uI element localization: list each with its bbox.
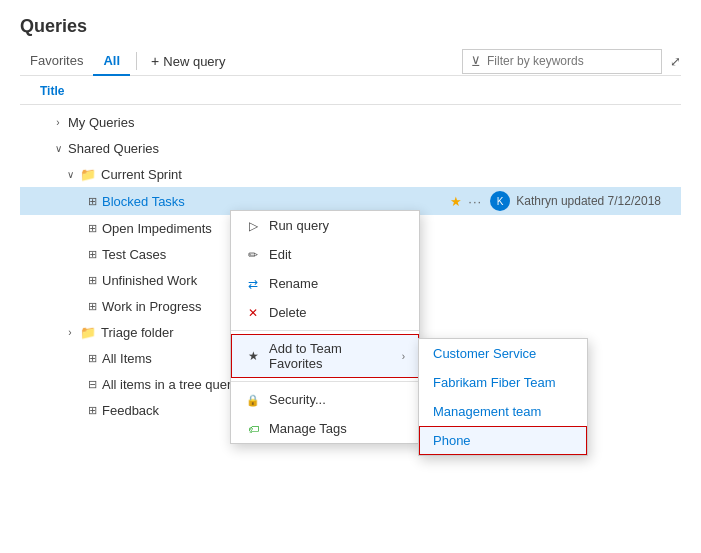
filter-box: ⊻: [462, 49, 662, 74]
query-icon: ⊞: [88, 222, 97, 235]
query-icon: ⊞: [88, 300, 97, 313]
folder-icon: 📁: [80, 167, 96, 182]
query-icon: ⊞: [88, 352, 97, 365]
query-icon: ⊞: [88, 274, 97, 287]
menu-label: Security...: [269, 392, 405, 407]
menu-label: Delete: [269, 305, 405, 320]
tags-icon: [245, 422, 261, 436]
menu-divider: [231, 381, 419, 382]
row-label: Shared Queries: [68, 141, 661, 156]
row-label: My Queries: [68, 115, 661, 130]
chevron-icon: ∨: [52, 143, 64, 154]
sub-menu-item-customer-service[interactable]: Customer Service: [419, 339, 587, 368]
update-text: Kathryn updated 7/12/2018: [516, 194, 661, 208]
menu-item-run-query[interactable]: Run query: [231, 211, 419, 240]
sub-menu-item-management-team[interactable]: Management team: [419, 397, 587, 426]
folder-icon: 📁: [80, 325, 96, 340]
tab-all[interactable]: All: [93, 47, 130, 76]
filter-icon: ⊻: [471, 54, 481, 69]
security-icon: [245, 393, 261, 407]
star-icon: [245, 349, 261, 363]
menu-item-security[interactable]: Security...: [231, 385, 419, 414]
tab-favorites[interactable]: Favorites: [20, 47, 93, 76]
query-icon: ⊞: [88, 404, 97, 417]
delete-icon: [245, 306, 261, 320]
menu-item-edit[interactable]: Edit: [231, 240, 419, 269]
query-icon: ⊟: [88, 378, 97, 391]
menu-item-delete[interactable]: Delete: [231, 298, 419, 327]
new-query-label: New query: [163, 54, 225, 69]
menu-divider: [231, 330, 419, 331]
sub-menu: Customer Service Fabrikam Fiber Team Man…: [418, 338, 588, 456]
chevron-icon: ∨: [64, 169, 76, 180]
menu-item-add-to-team-favorites[interactable]: Add to Team Favorites ›: [231, 334, 419, 378]
tree-row[interactable]: ∨ Shared Queries: [20, 135, 681, 161]
menu-label: Manage Tags: [269, 421, 405, 436]
sub-menu-item-fabrikam-fiber-team[interactable]: Fabrikam Fiber Team: [419, 368, 587, 397]
submenu-arrow-icon: ›: [402, 351, 405, 362]
more-icon[interactable]: ···: [468, 194, 482, 209]
menu-label: Add to Team Favorites: [269, 341, 394, 371]
query-icon: ⊞: [88, 248, 97, 261]
star-icon[interactable]: ★: [450, 194, 462, 209]
user-info: K Kathryn updated 7/12/2018: [490, 191, 661, 211]
page-title: Queries: [20, 16, 681, 37]
expand-icon[interactable]: ⤢: [670, 54, 681, 69]
menu-item-manage-tags[interactable]: Manage Tags: [231, 414, 419, 443]
row-label: Current Sprint: [101, 167, 661, 182]
tabs-row: Favorites All + New query ⊻ ⤢: [20, 47, 681, 76]
context-menu: Run query Edit Rename Delete Add to Team…: [230, 210, 420, 444]
menu-label: Edit: [269, 247, 405, 262]
new-query-button[interactable]: + New query: [143, 47, 233, 75]
edit-icon: [245, 248, 261, 262]
menu-label: Run query: [269, 218, 405, 233]
chevron-icon: ›: [52, 117, 64, 128]
avatar: K: [490, 191, 510, 211]
plus-icon: +: [151, 53, 159, 69]
menu-item-rename[interactable]: Rename: [231, 269, 419, 298]
row-label: Blocked Tasks: [102, 194, 450, 209]
run-icon: [245, 219, 261, 233]
tree-row[interactable]: ∨ 📁 Current Sprint: [20, 161, 681, 187]
tab-divider: [136, 52, 137, 70]
chevron-icon: ›: [64, 327, 76, 338]
column-title-header: Title: [20, 78, 681, 105]
query-icon: ⊞: [88, 195, 97, 208]
rename-icon: [245, 277, 261, 291]
filter-input[interactable]: [487, 54, 653, 68]
menu-label: Rename: [269, 276, 405, 291]
sub-menu-item-phone[interactable]: Phone: [419, 426, 587, 455]
tree-row[interactable]: › My Queries: [20, 109, 681, 135]
